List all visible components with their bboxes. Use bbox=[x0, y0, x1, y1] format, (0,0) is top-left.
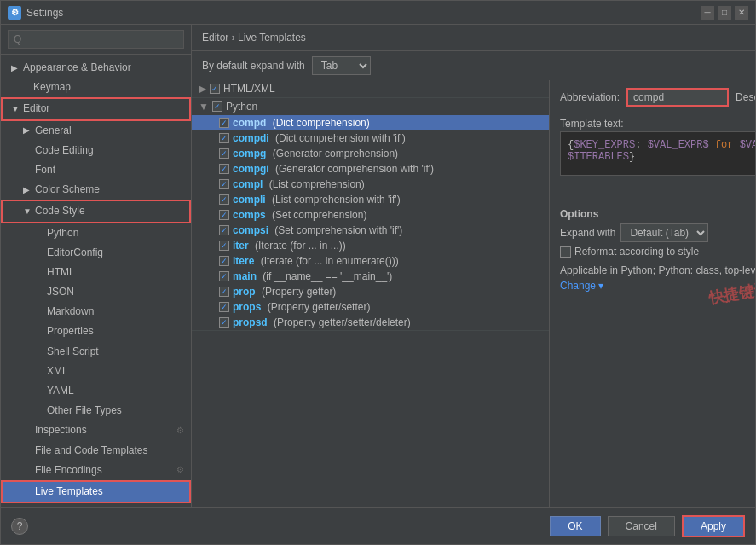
group-arrow-icon: ▼ bbox=[199, 101, 209, 113]
group-name: Python bbox=[226, 101, 257, 113]
item-checkbox[interactable]: ✓ bbox=[219, 241, 229, 251]
item-checkbox[interactable]: ✓ bbox=[219, 194, 229, 205]
sidebar-item-label: HTML bbox=[47, 264, 184, 281]
template-item-iter[interactable]: ✓ iter (Iterate (for ... in ...)) bbox=[192, 238, 549, 253]
sidebar-item-label: General bbox=[35, 123, 184, 139]
breadcrumb: Editor › Live Templates bbox=[192, 25, 755, 51]
sidebar-item-html[interactable]: HTML bbox=[1, 263, 191, 282]
sidebar-item-label: Appearance & Behavior bbox=[23, 60, 184, 76]
sidebar-item-font[interactable]: Font bbox=[1, 160, 191, 180]
template-item-props[interactable]: ✓ props (Property getter/setter) bbox=[192, 299, 549, 315]
sidebar-item-xml[interactable]: XML bbox=[1, 362, 191, 381]
sidebar-item-keymap[interactable]: Keymap bbox=[1, 78, 191, 97]
sidebar-item-label: Shell Script bbox=[47, 344, 184, 360]
sidebar-item-file-encodings[interactable]: File Encodings ⚙ bbox=[1, 461, 191, 480]
item-checkbox[interactable]: ✓ bbox=[219, 118, 229, 128]
abbreviation-label: Abbreviation: bbox=[560, 91, 620, 103]
item-checkbox[interactable]: ✓ bbox=[219, 225, 229, 235]
item-checkbox[interactable]: ✓ bbox=[219, 302, 229, 312]
icon-indicator: ⚙ bbox=[176, 424, 184, 438]
sidebar-item-label: Properties bbox=[47, 323, 184, 339]
template-item-compd[interactable]: ✓ compd (Dict comprehension) bbox=[192, 115, 549, 130]
item-checkbox[interactable]: ✓ bbox=[219, 179, 229, 189]
sidebar-item-live-templates[interactable]: Live Templates bbox=[1, 480, 191, 503]
sidebar-item-markdown[interactable]: Markdown bbox=[1, 302, 191, 322]
maximize-button[interactable]: □ bbox=[718, 6, 731, 20]
group-checkbox[interactable]: ✓ bbox=[210, 84, 220, 94]
titlebar: ⚙ Settings ─ □ ✕ bbox=[1, 1, 755, 25]
template-item-compg[interactable]: ✓ compg (Generator comprehension) bbox=[192, 146, 549, 161]
change-link[interactable]: Change bbox=[560, 280, 596, 292]
sidebar-item-shell-script[interactable]: Shell Script bbox=[1, 342, 191, 362]
template-item-comps[interactable]: ✓ comps (Set comprehension) bbox=[192, 207, 549, 223]
expand-select[interactable]: Tab Enter Space bbox=[312, 56, 371, 75]
sidebar-item-label: Editor bbox=[23, 101, 182, 117]
help-button[interactable]: ? bbox=[11, 518, 28, 535]
template-item-compsi[interactable]: ✓ compsi (Set comprehension with 'if') bbox=[192, 223, 549, 238]
item-checkbox[interactable]: ✓ bbox=[219, 256, 229, 266]
code-var: $VAR$ bbox=[740, 139, 755, 151]
search-box bbox=[1, 25, 191, 55]
content-area: ▶ ✓ HTML/XML ▼ ✓ Python bbox=[192, 80, 755, 507]
app-icon: ⚙ bbox=[8, 6, 21, 20]
item-checkbox[interactable]: ✓ bbox=[219, 210, 229, 220]
sidebar-item-code-style[interactable]: ▼ Code Style bbox=[1, 200, 191, 223]
sidebar-item-properties[interactable]: Properties bbox=[1, 322, 191, 341]
sidebar-item-other-file-types[interactable]: Other File Types bbox=[1, 401, 191, 420]
item-checkbox[interactable]: ✓ bbox=[219, 271, 229, 281]
template-code-box[interactable]: {$KEY_EXPR$: $VAL_EXPR$ for $VAR$ in $IT… bbox=[560, 131, 755, 176]
template-item-compl[interactable]: ✓ compl (List comprehension) bbox=[192, 177, 549, 192]
item-checkbox[interactable]: ✓ bbox=[219, 164, 229, 174]
sidebar-tree: ▶ Appearance & Behavior Keymap ▼ Editor … bbox=[1, 55, 191, 507]
template-item-itere[interactable]: ✓ itere (Iterate (for ... in enumerate()… bbox=[192, 253, 549, 269]
code-val-expr: $VAL_EXPR$ bbox=[648, 139, 709, 151]
sidebar-item-python[interactable]: Python bbox=[1, 223, 191, 243]
sidebar-item-label: File Encodings bbox=[35, 462, 173, 478]
sidebar-item-editorconfig[interactable]: EditorConfig bbox=[1, 243, 191, 263]
group-checkbox[interactable]: ✓ bbox=[212, 101, 222, 112]
search-input[interactable] bbox=[8, 30, 184, 49]
item-abbr: main bbox=[233, 270, 257, 282]
item-checkbox[interactable]: ✓ bbox=[219, 148, 229, 159]
abbreviation-input[interactable] bbox=[626, 88, 729, 107]
item-desc: (Dict comprehension with 'if') bbox=[273, 132, 406, 144]
sidebar-item-label: Keymap bbox=[33, 79, 184, 96]
sidebar-item-yaml[interactable]: YAML bbox=[1, 381, 191, 401]
sidebar-item-label: YAML bbox=[47, 383, 184, 399]
item-desc: (Property getter/setter) bbox=[264, 301, 370, 313]
sidebar-item-general[interactable]: ▶ General bbox=[1, 121, 191, 141]
template-item-compli[interactable]: ✓ compli (List comprehension with 'if') bbox=[192, 192, 549, 207]
template-item-compdi[interactable]: ✓ compdi (Dict comprehension with 'if') bbox=[192, 130, 549, 146]
item-checkbox[interactable]: ✓ bbox=[219, 317, 229, 328]
arrow-icon: ▼ bbox=[23, 205, 32, 218]
apply-button[interactable]: Apply bbox=[682, 515, 745, 537]
sidebar-item-code-editing[interactable]: Code Editing bbox=[1, 141, 191, 160]
ok-button[interactable]: OK bbox=[550, 516, 600, 536]
sidebar-item-file-code-templates[interactable]: File and Code Templates bbox=[1, 441, 191, 461]
sidebar-item-color-scheme[interactable]: ▶ Color Scheme bbox=[1, 180, 191, 200]
template-item-compgi[interactable]: ✓ compgi (Generator comprehension with '… bbox=[192, 161, 549, 177]
options-section: Options Expand with Default (Tab) Tab En… bbox=[550, 205, 755, 261]
template-item-main[interactable]: ✓ main (if __name__ == '__main__') bbox=[192, 269, 549, 284]
template-item-prop[interactable]: ✓ prop (Property getter) bbox=[192, 284, 549, 299]
detail-panel: + − ⧉ ↺ Abbreviation: Description: Dict … bbox=[550, 80, 755, 507]
expand-with-select[interactable]: Default (Tab) Tab Enter Space bbox=[620, 223, 708, 242]
item-checkbox[interactable]: ✓ bbox=[219, 287, 229, 297]
sidebar-item-editor[interactable]: ▼ Editor bbox=[1, 97, 191, 120]
close-button[interactable]: ✕ bbox=[735, 6, 748, 20]
template-item-propsd[interactable]: ✓ propsd (Property getter/setter/deleter… bbox=[192, 315, 549, 330]
sidebar-item-json[interactable]: JSON bbox=[1, 282, 191, 302]
item-checkbox[interactable]: ✓ bbox=[219, 133, 229, 143]
minimize-button[interactable]: ─ bbox=[701, 6, 714, 20]
item-desc: (List comprehension with 'if') bbox=[269, 194, 401, 206]
template-list-panel: ▶ ✓ HTML/XML ▼ ✓ Python bbox=[192, 80, 550, 507]
reformat-checkbox[interactable] bbox=[560, 246, 571, 258]
template-group-header[interactable]: ▶ ✓ HTML/XML bbox=[192, 80, 549, 97]
code-iterable: $ITERABLE$ bbox=[568, 151, 629, 163]
window-title: Settings bbox=[26, 7, 701, 19]
sidebar-item-label: JSON bbox=[47, 284, 184, 300]
sidebar-item-inspections[interactable]: Inspections ⚙ bbox=[1, 420, 191, 440]
sidebar-item-appearance[interactable]: ▶ Appearance & Behavior bbox=[1, 58, 191, 78]
python-group-header[interactable]: ▼ ✓ Python bbox=[192, 98, 549, 115]
cancel-button[interactable]: Cancel bbox=[608, 516, 675, 536]
